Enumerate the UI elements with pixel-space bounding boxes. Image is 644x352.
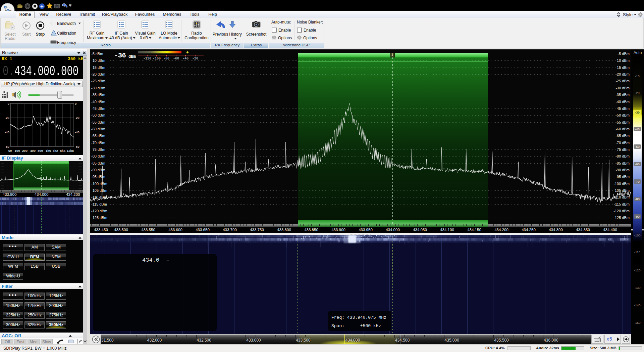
svg-text:12k8: 12k8: [67, 149, 74, 152]
svg-text:0 dB: 0 dB: [140, 36, 148, 40]
svg-text:0: 0: [75, 102, 76, 105]
svg-text:6k4: 6k4: [60, 149, 66, 152]
svg-text:Configuration: Configuration: [184, 36, 208, 40]
svg-text:Style: Style: [623, 12, 633, 17]
svg-text:Previous: Previous: [213, 32, 228, 37]
svg-text:800: 800: [38, 149, 43, 152]
svg-text:Stop: Stop: [36, 32, 45, 37]
svg-text:Enable: Enable: [304, 28, 316, 33]
svg-text:0: 0: [8, 102, 9, 105]
svg-text:IF Gain: IF Gain: [115, 31, 128, 36]
svg-text:Options: Options: [303, 36, 317, 40]
svg-text:Start: Start: [22, 32, 31, 37]
svg-text:Automatic: Automatic: [159, 36, 176, 40]
svg-text:1k6: 1k6: [46, 149, 51, 152]
svg-text:-40 dB (Auto): -40 dB (Auto): [108, 36, 132, 40]
svg-text:-60: -60: [5, 145, 9, 148]
svg-text:-60: -60: [75, 145, 79, 148]
svg-text:Radio: Radio: [5, 36, 15, 41]
svg-text:3k2: 3k2: [53, 149, 58, 152]
svg-text:RF Gain: RF Gain: [90, 31, 105, 36]
svg-text:Options: Options: [278, 36, 292, 40]
svg-text:Screenshot: Screenshot: [246, 32, 267, 37]
svg-text:Bandwidth: Bandwidth: [57, 21, 76, 26]
svg-text:History: History: [229, 32, 241, 37]
svg-text:200: 200: [22, 149, 28, 152]
svg-text:-40: -40: [75, 130, 79, 134]
svg-text:Visual Gain: Visual Gain: [135, 31, 155, 36]
svg-text:Enable: Enable: [278, 28, 291, 33]
svg-text:400: 400: [30, 149, 36, 152]
svg-text:Radio: Radio: [191, 31, 202, 36]
svg-text:Select: Select: [4, 32, 16, 37]
svg-text:Noise Blanker:: Noise Blanker:: [297, 20, 323, 25]
svg-text:-40: -40: [5, 130, 9, 134]
svg-text:Calibration: Calibration: [57, 31, 76, 36]
svg-text:LO Mode: LO Mode: [161, 31, 177, 36]
svg-text:-20: -20: [5, 116, 9, 120]
svg-text:100: 100: [15, 149, 20, 152]
svg-text:Frequency: Frequency: [57, 40, 76, 45]
svg-text:Auto-mute:: Auto-mute:: [271, 20, 291, 25]
svg-text:-20: -20: [75, 116, 79, 120]
svg-text:Maximum: Maximum: [87, 36, 104, 40]
svg-text:50: 50: [8, 149, 12, 152]
